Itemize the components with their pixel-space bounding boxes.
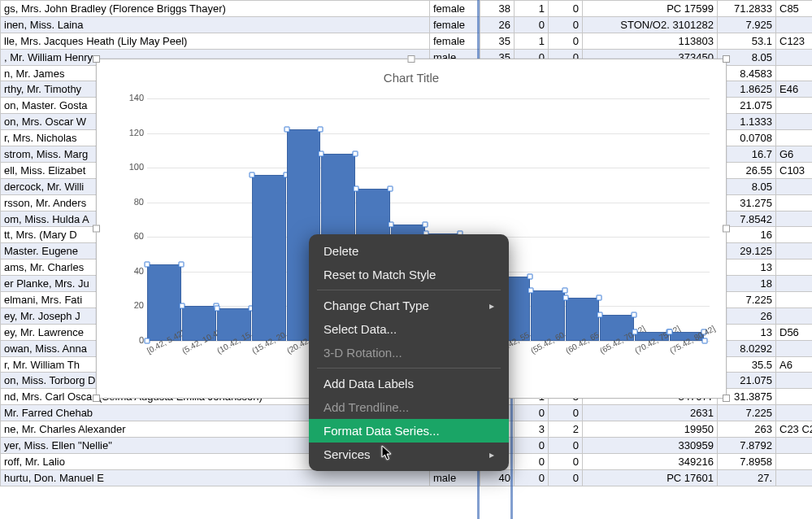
cell-sex[interactable]: female — [430, 1, 480, 17]
cell-b[interactable]: 0 — [549, 33, 583, 49]
series-selection-handle[interactable] — [388, 185, 393, 191]
series-selection-handle[interactable] — [145, 262, 150, 268]
cell-cab[interactable]: G6 — [776, 146, 813, 163]
series-selection-handle[interactable] — [597, 312, 603, 318]
cell-cab[interactable] — [776, 65, 813, 81]
cell-cab[interactable] — [776, 130, 813, 146]
table-row[interactable]: lle, Mrs. Jacques Heath (Lily May Peel)f… — [1, 33, 813, 49]
menu-add-data-labels[interactable]: Add Data Labels — [309, 372, 509, 395]
resize-handle[interactable] — [408, 55, 415, 63]
series-selection-handle[interactable] — [389, 222, 394, 228]
cell-ticket[interactable]: 19950 — [583, 421, 718, 438]
cell-sex[interactable]: female — [430, 33, 480, 49]
series-selection-handle[interactable] — [528, 288, 533, 294]
series-selection-handle[interactable] — [284, 127, 289, 133]
menu-delete[interactable]: Delete — [309, 239, 509, 263]
series-selection-handle[interactable] — [318, 127, 323, 133]
cell-b[interactable]: 0 — [549, 16, 583, 33]
cell-a[interactable]: 0 — [515, 438, 549, 454]
cell-cab[interactable]: C103 — [776, 162, 813, 178]
cell-a[interactable]: 0 — [515, 16, 549, 33]
series-selection-handle[interactable] — [319, 151, 324, 157]
cell-cab[interactable] — [776, 49, 813, 65]
menu-format-data-series[interactable]: Format Data Series... — [309, 419, 509, 443]
cell-b[interactable]: 0 — [549, 438, 583, 454]
cell-cab[interactable] — [776, 292, 813, 308]
cell-b[interactable]: 0 — [549, 405, 583, 421]
series-selection-handle[interactable] — [353, 151, 358, 157]
menu-reset-style[interactable]: Reset to Match Style — [309, 263, 509, 286]
cell-cab[interactable] — [776, 98, 813, 114]
table-row[interactable]: hurtu, Don. Manuel Emale4000PC 1760127. — [1, 469, 813, 486]
cell-cab[interactable] — [776, 211, 813, 227]
cell-b[interactable]: 0 — [549, 1, 583, 17]
cell-cab[interactable] — [776, 405, 813, 421]
series-selection-handle[interactable] — [249, 172, 254, 177]
series-selection-handle[interactable] — [214, 305, 219, 311]
series-selection-handle[interactable] — [423, 222, 428, 228]
cell-fare[interactable]: 7.8792 — [718, 438, 776, 454]
resize-handle[interactable] — [723, 225, 730, 233]
cell-name[interactable]: gs, Mrs. John Bradley (Florence Briggs T… — [1, 1, 430, 17]
cell-a[interactable]: 0 — [515, 405, 549, 421]
cell-cab[interactable] — [776, 438, 813, 454]
cell-a[interactable]: 3 — [515, 421, 549, 438]
menu-change-chart-type[interactable]: Change Chart Type▸ — [309, 294, 509, 317]
series-selection-handle[interactable] — [667, 329, 673, 335]
cell-ticket[interactable]: 330959 — [583, 438, 718, 454]
cell-a[interactable]: 1 — [515, 33, 549, 49]
cell-b[interactable]: 2 — [549, 421, 583, 438]
cell-fare[interactable]: 71.2833 — [718, 1, 776, 17]
series-selection-handle[interactable] — [354, 185, 359, 191]
cell-ticket[interactable]: 349216 — [583, 453, 718, 469]
cell-a[interactable]: 1 — [515, 1, 549, 17]
cell-age[interactable]: 38 — [480, 1, 515, 17]
cell-fare[interactable]: 263 — [718, 421, 776, 438]
cell-cab[interactable] — [776, 276, 813, 292]
cell-sex[interactable]: female — [430, 16, 480, 33]
table-row[interactable]: inen, Miss. Lainafemale2600STON/O2. 3101… — [1, 16, 813, 33]
cell-ticket[interactable]: 2631 — [583, 405, 718, 421]
cell-cab[interactable]: C85 — [776, 1, 813, 17]
resize-handle[interactable] — [723, 395, 730, 402]
cell-name[interactable]: hurtu, Don. Manuel E — [1, 469, 430, 486]
series-selection-handle[interactable] — [178, 262, 184, 268]
cell-cab[interactable]: E46 — [776, 81, 813, 98]
cell-ticket[interactable]: PC 17601 — [583, 469, 718, 486]
cell-sex[interactable]: male — [430, 469, 480, 486]
cell-fare[interactable]: 7.8958 — [718, 453, 776, 469]
cell-name[interactable]: lle, Mrs. Jacques Heath (Lily May Peel) — [1, 33, 430, 49]
cell-cab[interactable]: A6 — [776, 356, 813, 373]
chart-bar[interactable] — [147, 264, 181, 341]
cell-age[interactable]: 35 — [480, 33, 515, 49]
cell-age[interactable]: 40 — [480, 469, 515, 486]
cell-cab[interactable] — [776, 178, 813, 194]
menu-select-data[interactable]: Select Data... — [309, 317, 509, 341]
cell-fare[interactable]: 27. — [718, 469, 776, 486]
cell-fare[interactable]: 53.1 — [718, 33, 776, 49]
series-selection-handle[interactable] — [562, 294, 568, 300]
menu-services[interactable]: Services▸ — [309, 443, 509, 466]
series-selection-handle[interactable] — [562, 288, 567, 294]
series-selection-handle[interactable] — [597, 294, 602, 300]
cell-cab[interactable] — [776, 227, 813, 243]
resize-handle[interactable] — [93, 55, 100, 63]
series-selection-handle[interactable] — [179, 303, 185, 309]
series-selection-handle[interactable] — [632, 312, 637, 318]
cell-cab[interactable] — [776, 389, 813, 405]
cell-b[interactable]: 0 — [549, 453, 583, 469]
cell-cab[interactable] — [776, 469, 813, 486]
table-row[interactable]: gs, Mrs. John Bradley (Florence Briggs T… — [1, 1, 813, 17]
cell-cab[interactable] — [776, 307, 813, 324]
cell-fare[interactable]: 7.225 — [718, 405, 776, 421]
cell-age[interactable]: 26 — [480, 16, 515, 33]
chart-bar[interactable] — [252, 175, 286, 341]
cell-cab[interactable] — [776, 194, 813, 211]
cell-cab[interactable] — [776, 260, 813, 276]
resize-handle[interactable] — [93, 395, 100, 402]
cell-b[interactable]: 0 — [549, 469, 583, 486]
series-selection-handle[interactable] — [527, 274, 532, 280]
cell-a[interactable]: 0 — [515, 469, 549, 486]
resize-handle[interactable] — [723, 55, 730, 63]
chart-title[interactable]: Chart Title — [97, 59, 726, 85]
